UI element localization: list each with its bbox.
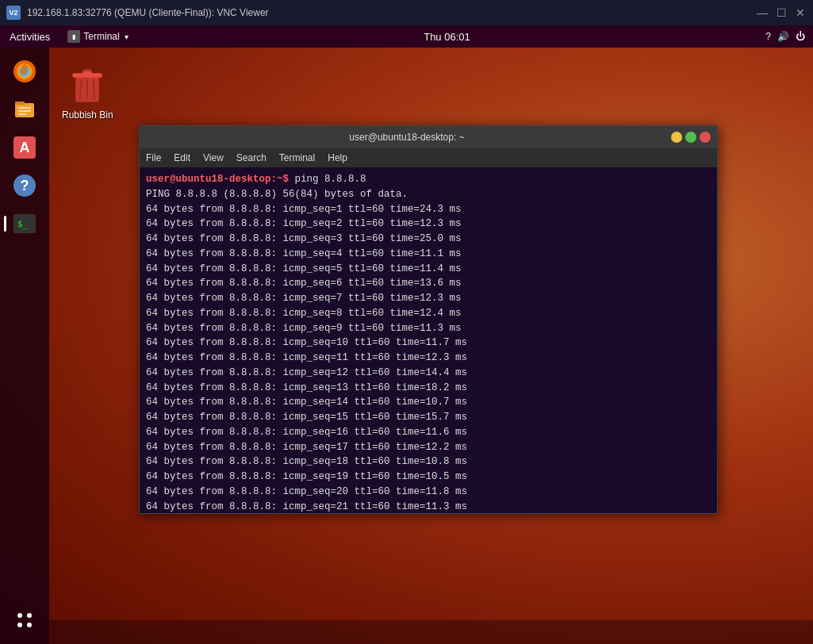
firefox-icon: [10, 57, 39, 86]
svg-rect-5: [18, 107, 31, 109]
svg-point-16: [17, 623, 22, 627]
help-icon[interactable]: ?: [765, 31, 771, 42]
sidebar-item-appstore[interactable]: A: [7, 130, 42, 165]
panel-terminal-button[interactable]: ▮ Terminal ▾: [59, 30, 136, 43]
terminal-sidebar-icon: $_: [10, 209, 39, 238]
svg-text:A: A: [20, 140, 30, 155]
terminal-output-line: 64 bytes from 8.8.8.8: icmp_seq=6 ttl=60…: [146, 276, 711, 291]
volume-icon[interactable]: 🔊: [777, 31, 789, 42]
activities-button[interactable]: Activities: [0, 31, 59, 43]
terminal-panel-icon: ▮: [67, 30, 80, 43]
terminal-output-line: 64 bytes from 8.8.8.8: icmp_seq=5 ttl=60…: [146, 262, 711, 277]
svg-point-17: [27, 623, 32, 627]
vnc-window-controls: — ☐ ✕: [756, 6, 807, 19]
terminal-titlebar: user@ubuntu18-desktop: ~: [140, 126, 717, 148]
terminal-prompt-line: user@ubuntu18-desktop:~$: [146, 174, 289, 185]
terminal-output-line: 64 bytes from 8.8.8.8: icmp_seq=12 ttl=6…: [146, 366, 711, 381]
rubbish-bin-svg: [68, 65, 106, 106]
terminal-menu-search[interactable]: Search: [236, 152, 267, 163]
terminal-output-line: 64 bytes from 8.8.8.8: icmp_seq=9 ttl=60…: [146, 321, 711, 336]
sidebar-item-files[interactable]: [7, 92, 42, 127]
power-icon[interactable]: ⏻: [796, 31, 805, 42]
vnc-app-icon: V2: [6, 6, 21, 20]
rubbish-bin-desktop-icon[interactable]: Rubbish Bin: [62, 62, 113, 121]
svg-text:?: ?: [21, 178, 29, 194]
terminal-minimize-button[interactable]: [671, 132, 682, 143]
terminal-output-line: 64 bytes from 8.8.8.8: icmp_seq=10 ttl=6…: [146, 335, 711, 351]
terminal-dropdown-arrow: ▾: [125, 33, 128, 41]
terminal-output-line: 64 bytes from 8.8.8.8: icmp_seq=13 ttl=6…: [146, 381, 711, 396]
vnc-minimize-button[interactable]: —: [756, 6, 769, 19]
panel-datetime[interactable]: Thu 06:01: [136, 31, 758, 43]
terminal-output-line: 64 bytes from 8.8.8.8: icmp_seq=11 ttl=6…: [146, 351, 711, 366]
vnc-close-button[interactable]: ✕: [794, 6, 807, 19]
terminal-title: user@ubuntu18-desktop: ~: [146, 132, 668, 143]
sidebar-item-terminal[interactable]: $_: [7, 206, 42, 241]
panel-right-area: ? 🔊 ⏻: [757, 31, 813, 42]
terminal-output-line: 64 bytes from 8.8.8.8: icmp_seq=14 ttl=6…: [146, 395, 711, 410]
svg-rect-21: [84, 70, 91, 72]
desktop-bottom-bar: [49, 620, 813, 644]
vnc-titlebar: V2 192.168.1.83:32776 (QEMU (Cliente-Fin…: [0, 0, 813, 25]
terminal-output-line: 64 bytes from 8.8.8.8: icmp_seq=19 ttl=6…: [146, 470, 711, 485]
terminal-body[interactable]: user@ubuntu18-desktop:~$ ping 8.8.8.8 PI…: [140, 167, 717, 513]
terminal-output-line: 64 bytes from 8.8.8.8: icmp_seq=7 ttl=60…: [146, 291, 711, 306]
terminal-close-button[interactable]: [700, 132, 711, 143]
terminal-output-line: 64 bytes from 8.8.8.8: icmp_seq=21 ttl=6…: [146, 500, 711, 514]
terminal-output-line: 64 bytes from 8.8.8.8: icmp_seq=3 ttl=60…: [146, 232, 711, 247]
terminal-output-line: 64 bytes from 8.8.8.8: icmp_seq=2 ttl=60…: [146, 217, 711, 232]
rubbish-bin-icon: [68, 62, 106, 106]
sidebar-item-firefox[interactable]: [7, 54, 42, 89]
svg-point-14: [17, 613, 22, 618]
terminal-output: PING 8.8.8.8 (8.8.8.8) 56(84) bytes of d…: [146, 187, 711, 513]
terminal-window: user@ubuntu18-desktop: ~ File Edit View …: [139, 125, 718, 514]
terminal-output-line: 64 bytes from 8.8.8.8: icmp_seq=1 ttl=60…: [146, 202, 711, 217]
svg-rect-4: [15, 102, 25, 105]
ubuntu-sidebar: A ? $_: [0, 48, 49, 644]
appstore-icon: A: [10, 133, 39, 162]
vnc-maximize-button[interactable]: ☐: [775, 6, 788, 19]
terminal-output-line: 64 bytes from 8.8.8.8: icmp_seq=16 ttl=6…: [146, 425, 711, 440]
vnc-title: 192.168.1.83:32776 (QEMU (Cliente-Final)…: [27, 7, 756, 18]
terminal-maximize-button[interactable]: [685, 132, 696, 143]
sidebar-item-help[interactable]: ?: [7, 168, 42, 203]
svg-text:$_: $_: [17, 219, 29, 229]
terminal-output-line: 64 bytes from 8.8.8.8: icmp_seq=8 ttl=60…: [146, 306, 711, 321]
terminal-menu-help[interactable]: Help: [328, 152, 347, 163]
terminal-output-line: 64 bytes from 8.8.8.8: icmp_seq=17 ttl=6…: [146, 440, 711, 455]
terminal-menu-edit[interactable]: Edit: [174, 152, 190, 163]
terminal-menu-view[interactable]: View: [203, 152, 224, 163]
svg-point-15: [27, 613, 32, 618]
terminal-output-line: 64 bytes from 8.8.8.8: icmp_seq=20 ttl=6…: [146, 485, 711, 500]
svg-rect-6: [18, 110, 31, 112]
terminal-output-line: 64 bytes from 8.8.8.8: icmp_seq=18 ttl=6…: [146, 454, 711, 470]
files-icon: [10, 95, 39, 124]
terminal-output-line: 64 bytes from 8.8.8.8: icmp_seq=15 ttl=6…: [146, 410, 711, 425]
svg-rect-7: [18, 113, 26, 115]
terminal-menubar: File Edit View Search Terminal Help: [140, 148, 717, 167]
terminal-output-line: PING 8.8.8.8 (8.8.8.8) 56(84) bytes of d…: [146, 187, 711, 202]
terminal-menu-terminal[interactable]: Terminal: [279, 152, 315, 163]
terminal-output-line: 64 bytes from 8.8.8.8: icmp_seq=4 ttl=60…: [146, 247, 711, 262]
ubuntu-top-panel: Activities ▮ Terminal ▾ Thu 06:01 ? 🔊 ⏻: [0, 25, 813, 48]
sidebar-item-apps[interactable]: [7, 603, 42, 638]
apps-grid-icon: [10, 606, 39, 634]
terminal-menu-file[interactable]: File: [146, 152, 161, 163]
rubbish-bin-label: Rubbish Bin: [62, 109, 113, 121]
terminal-command: ping 8.8.8.8: [289, 174, 366, 185]
help-sidebar-icon: ?: [10, 171, 39, 200]
